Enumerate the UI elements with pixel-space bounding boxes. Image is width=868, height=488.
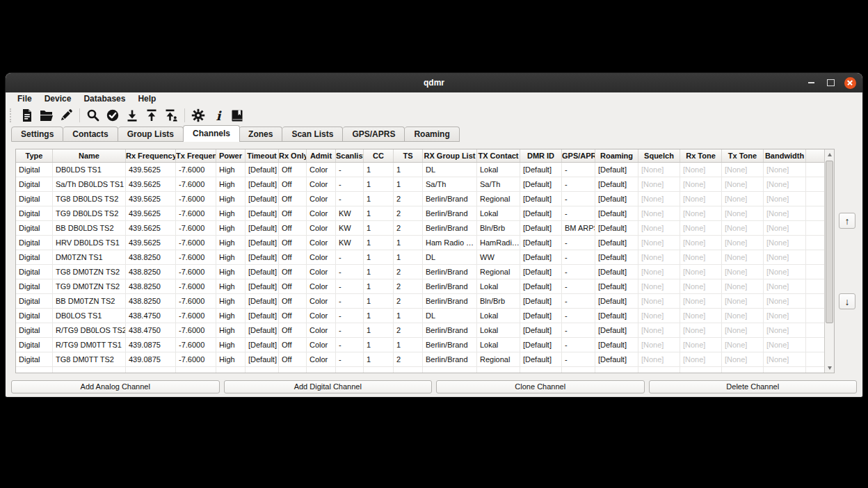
tab-contacts[interactable]: Contacts — [63, 127, 118, 142]
column-header-tx-contact[interactable]: TX Contact — [477, 149, 520, 162]
toolbar-open-codeplug-button[interactable] — [38, 107, 56, 124]
column-header-bandwidth[interactable]: Bandwidth — [764, 149, 806, 162]
channel-row-10[interactable]: DigitalBB DM0TZN TS2438.8250-7.6000High[… — [16, 294, 824, 309]
channel-row-5[interactable]: DigitalBB DB0LDS TS2439.5625-7.6000High[… — [16, 221, 824, 236]
scrollbar-thumb[interactable] — [826, 161, 833, 323]
move-channel-up-button[interactable]: ↑ — [839, 213, 855, 229]
add-analog-channel-button[interactable]: Add Analog Channel — [11, 380, 220, 393]
cell — [595, 367, 638, 373]
cell: - — [562, 309, 595, 323]
column-header-dmr-id[interactable]: DMR ID — [520, 149, 562, 162]
cell: [Default] — [595, 265, 638, 279]
cell: KW — [336, 221, 364, 235]
cell: TG8 DM0TZN TS2 — [53, 265, 126, 279]
cell: BB DM0TZN TS2 — [53, 294, 126, 308]
column-header-roaming[interactable]: Roaming — [595, 149, 638, 162]
cell: Berlin/Brand — [423, 294, 477, 308]
column-header-type[interactable]: Type — [16, 149, 53, 162]
tab-roaming[interactable]: Roaming — [405, 127, 459, 142]
tab-settings[interactable]: Settings — [11, 127, 63, 142]
channel-row-4[interactable]: DigitalTG9 DB0LDS TS2439.5625-7.6000High… — [16, 206, 824, 221]
menu-databases[interactable]: Databases — [77, 92, 131, 105]
cell: 1 — [394, 177, 423, 191]
move-channel-down-button[interactable]: ↓ — [839, 293, 855, 309]
column-header-squelch[interactable]: Squelch — [638, 149, 680, 162]
tab-gps-aprs[interactable]: GPS/APRS — [343, 127, 405, 142]
scroll-up-button[interactable] — [825, 150, 834, 158]
menu-device[interactable]: Device — [38, 92, 78, 105]
channel-row-9[interactable]: DigitalTG9 DM0TZN TS2438.8250-7.6000High… — [16, 279, 824, 294]
tab-zones[interactable]: Zones — [239, 127, 282, 142]
column-header-admit[interactable]: Admit — [307, 149, 336, 162]
channel-row-14[interactable]: DigitalTG8 DM0TT TS2439.0875-7.6000High[… — [16, 352, 824, 367]
toolbar-settings-button[interactable] — [189, 107, 207, 124]
add-digital-channel-button[interactable]: Add Digital Channel — [224, 380, 433, 393]
toolbar-new-codeplug-button[interactable] — [18, 107, 36, 124]
minimize-button[interactable] — [803, 73, 819, 92]
cell: High — [216, 309, 246, 323]
toolbar-upload-button[interactable] — [143, 107, 161, 124]
column-header-timeout[interactable]: Timeout — [246, 149, 279, 162]
cell: Bln/Brb — [477, 221, 520, 235]
channel-row-11[interactable]: DigitalDB0LOS TS1438.4750-7.6000High[Def… — [16, 309, 824, 323]
column-header-rx-tone[interactable]: Rx Tone — [680, 149, 722, 162]
cell — [764, 367, 806, 373]
channel-row-8[interactable]: DigitalTG8 DM0TZN TS2438.8250-7.6000High… — [16, 265, 824, 279]
column-header-rx-only[interactable]: Rx Only — [279, 149, 307, 162]
toolbar-verify-button[interactable] — [104, 107, 122, 124]
column-header-power[interactable]: Power — [216, 149, 246, 162]
toolbar-download-button[interactable] — [123, 107, 141, 124]
vertical-scrollbar[interactable] — [824, 149, 834, 373]
close-icon — [844, 77, 856, 89]
cell: - — [336, 309, 364, 323]
toolbar-edit-codeplug-button[interactable] — [57, 107, 75, 124]
column-header-name[interactable]: Name — [53, 149, 126, 162]
cell-filler — [806, 279, 824, 293]
channel-row-6[interactable]: DigitalHRV DB0LDS TS1439.5625-7.6000High… — [16, 236, 824, 250]
toolbar-save-button[interactable] — [228, 107, 246, 124]
cell: 2 — [394, 221, 423, 235]
cell: Berlin/Brand — [423, 221, 477, 235]
column-header-gps-aprs[interactable]: GPS/APRS — [562, 149, 595, 162]
tab-group-lists[interactable]: Group Lists — [118, 127, 184, 142]
cell: Digital — [16, 338, 53, 352]
cell: [None] — [722, 352, 764, 366]
channel-row-2[interactable]: DigitalSa/Th DB0LDS TS1439.5625-7.6000Hi… — [16, 177, 824, 192]
cell: Digital — [16, 279, 53, 293]
close-button[interactable] — [842, 73, 858, 92]
channel-row-12[interactable]: DigitalR/TG9 DB0LOS TS2438.4750-7.6000Hi… — [16, 323, 824, 338]
column-header-ts[interactable]: TS — [394, 149, 423, 162]
clone-channel-button[interactable]: Clone Channel — [436, 380, 645, 393]
titlebar[interactable]: qdmr — [6, 73, 862, 93]
cell: - — [562, 177, 595, 191]
cell: Color — [307, 221, 336, 235]
cell: Color — [307, 163, 336, 177]
cell: High — [216, 236, 246, 250]
delete-channel-button[interactable]: Delete Channel — [649, 380, 858, 393]
column-header-tx-tone[interactable]: Tx Tone — [722, 149, 764, 162]
cell — [423, 367, 477, 373]
channel-row-3[interactable]: DigitalTG8 DB0LDS TS2439.5625-7.6000High… — [16, 192, 824, 206]
channel-row-7[interactable]: DigitalDM0TZN TS1438.8250-7.6000High[Def… — [16, 250, 824, 265]
column-header-rx-frequency[interactable]: Rx Frequency — [126, 149, 176, 162]
cell — [394, 367, 423, 373]
column-header-cc[interactable]: CC — [364, 149, 394, 162]
toolbar-search-button[interactable] — [84, 107, 102, 124]
cell: - — [562, 236, 595, 250]
scroll-down-button[interactable] — [825, 364, 834, 372]
menu-file[interactable]: File — [11, 92, 38, 105]
menu-help[interactable]: Help — [131, 92, 162, 105]
column-header-rx-group-list[interactable]: RX Group List — [423, 149, 477, 162]
toolbar-drag-handle[interactable] — [10, 108, 15, 122]
cell: -7.6000 — [176, 279, 216, 293]
maximize-button[interactable] — [822, 73, 839, 92]
channel-row-13[interactable]: DigitalR/TG9 DM0TT TS1439.0875-7.6000Hig… — [16, 338, 824, 352]
toolbar-upload-callsign-db-button[interactable] — [162, 107, 180, 124]
tab-scan-lists[interactable]: Scan Lists — [282, 127, 343, 142]
column-header-tx-frequency[interactable]: Tx Frequency — [176, 149, 216, 162]
tab-channels[interactable]: Channels — [183, 125, 240, 142]
toolbar-about-button[interactable]: i — [209, 107, 227, 124]
column-header-scanlist[interactable]: Scanlist — [336, 149, 364, 162]
svg-text:i: i — [216, 108, 223, 122]
channel-row-1[interactable]: DigitalDB0LDS TS1439.5625-7.6000High[Def… — [16, 163, 824, 177]
